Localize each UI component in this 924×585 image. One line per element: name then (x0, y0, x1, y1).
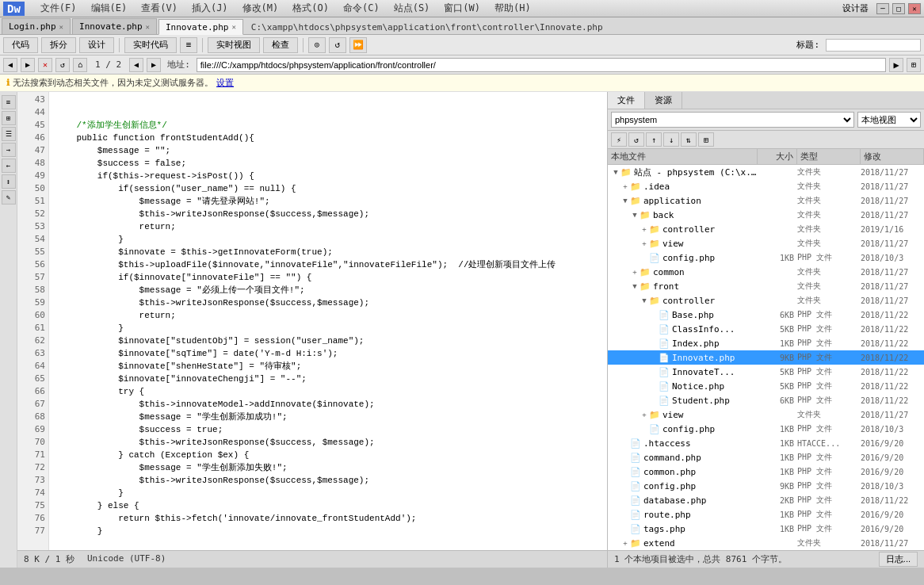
sidebar-icon-2[interactable]: ⊞ (2, 111, 16, 125)
menu-item[interactable]: 命令(C) (337, 0, 386, 17)
menu-item[interactable]: 插入(J) (185, 0, 235, 17)
tab-close-button[interactable]: ✕ (59, 23, 63, 31)
sync-button[interactable]: ⇅ (681, 132, 697, 147)
menu-item[interactable]: 格式(O) (286, 0, 335, 17)
tree-item[interactable]: 📄 Notice.php 5KB PHP 文件 2018/11/22 (608, 379, 924, 393)
tree-item[interactable]: 📄 InnovateT... 5KB PHP 文件 2018/11/22 (608, 365, 924, 379)
menu-item[interactable]: 查看(V) (135, 0, 184, 17)
home-button[interactable]: ⌂ (73, 58, 87, 72)
maximize-button[interactable]: □ (892, 3, 905, 14)
tree-item[interactable]: + 📁 view 文件夹 2018/11/27 (608, 407, 924, 422)
tree-item[interactable]: 📄 ClassInfo... 5KB PHP 文件 2018/11/22 (608, 322, 924, 336)
editor-tab[interactable]: Innovate.php✕ (72, 18, 157, 34)
icon-btn-2[interactable]: ⊙ (308, 37, 326, 53)
info-settings-link[interactable]: 设置 (216, 77, 234, 89)
icon-btn-1[interactable]: ≡ (180, 37, 197, 53)
stop-button[interactable]: ✕ (38, 58, 52, 72)
tree-item[interactable]: ▼ 📁 front 文件夹 2018/11/27 (608, 279, 924, 293)
refresh-files-button[interactable]: ↺ (628, 132, 644, 147)
prev-page-button[interactable]: ◀ (129, 58, 143, 72)
tree-toggle[interactable]: + (620, 539, 630, 547)
inspect-button[interactable]: 检查 (263, 37, 298, 53)
tree-toggle[interactable]: ▼ (611, 168, 620, 176)
sidebar-icon-4[interactable]: → (2, 143, 16, 157)
upload-button[interactable]: ↑ (646, 132, 662, 147)
addr-go-button[interactable]: ▶ (889, 58, 903, 72)
tree-item[interactable]: 📄 .htaccess 1KB HTACCE... 2016/9/20 (608, 436, 924, 450)
sidebar-icon-3[interactable]: ☰ (2, 127, 16, 141)
menu-item[interactable]: 站点(S) (388, 0, 437, 17)
close-button[interactable]: ✕ (908, 3, 921, 14)
tree-item[interactable]: 📄 database.php 2KB PHP 文件 2018/11/22 (608, 493, 924, 507)
tree-item[interactable]: + 📁 view 文件夹 2018/11/27 (608, 236, 924, 250)
menu-item[interactable]: 窗口(W) (437, 0, 487, 17)
split-view-button[interactable]: 拆分 (41, 37, 76, 53)
sidebar-icon-5[interactable]: ← (2, 159, 16, 173)
log-button[interactable]: 日志... (879, 552, 918, 567)
assets-tab[interactable]: 资源 (645, 92, 682, 109)
tab-close-button[interactable]: ✕ (231, 23, 235, 31)
refresh-button[interactable]: ↺ (55, 58, 70, 72)
sidebar-icon-6[interactable]: ↕ (2, 174, 16, 189)
tree-toggle[interactable]: ▼ (630, 282, 640, 290)
tree-item[interactable]: ▼ 📁 controller 文件夹 2018/11/27 (608, 293, 924, 308)
menu-item[interactable]: 修改(M) (236, 0, 285, 17)
forward-button[interactable]: ▶ (21, 58, 35, 72)
connect-button[interactable]: ⚡ (611, 132, 627, 147)
tree-item[interactable]: 📄 config.php 1KB PHP 文件 2018/10/3 (608, 422, 924, 436)
code-view-button[interactable]: 代码 (3, 37, 38, 53)
back-button[interactable]: ◀ (3, 58, 17, 72)
menu-item[interactable]: 文件(F) (34, 0, 83, 17)
tree-item[interactable]: 📄 route.php 1KB PHP 文件 2016/9/20 (608, 507, 924, 522)
sidebar-icon-1[interactable]: ≡ (2, 95, 16, 109)
sidebar-icon-7[interactable]: ✎ (2, 190, 16, 205)
tree-toggle[interactable]: + (640, 411, 649, 419)
code-editor[interactable]: /*添加学生创新信息*/ public function frontStuden… (49, 92, 607, 550)
tree-toggle[interactable]: + (620, 182, 630, 190)
tree-item[interactable]: ▼ 📁 back 文件夹 2018/11/27 (608, 208, 924, 222)
tree-toggle[interactable]: ▼ (620, 197, 630, 205)
download-button[interactable]: ↓ (663, 132, 679, 147)
icon-btn-3[interactable]: ↺ (329, 37, 346, 53)
tree-item[interactable]: 📄 tags.php 1KB PHP 文件 2016/9/20 (608, 522, 924, 536)
live-view-button[interactable]: 实时视图 (208, 37, 260, 53)
expand-button[interactable]: ⊞ (698, 132, 714, 147)
addr-extra-button[interactable]: ⊞ (907, 58, 921, 72)
tree-item[interactable]: + 📁 extend 文件夹 2018/11/27 (608, 536, 924, 550)
next-page-button[interactable]: ▶ (147, 58, 161, 72)
icon-btn-4[interactable]: ⏩ (349, 37, 367, 53)
title-input[interactable] (826, 39, 921, 52)
minimize-button[interactable]: ─ (876, 3, 889, 14)
tree-item[interactable]: ▼ 📁 application 文件夹 2018/11/27 (608, 193, 924, 208)
tree-item[interactable]: 📄 Index.php 1KB PHP 文件 2018/11/22 (608, 336, 924, 350)
menu-item[interactable]: 帮助(H) (488, 0, 537, 17)
tree-item[interactable]: 📄 Innovate.php 9KB PHP 文件 2018/11/22 (608, 350, 924, 365)
tree-item[interactable]: + 📁 common 文件夹 2018/11/27 (608, 265, 924, 279)
live-code-button[interactable]: 实时代码 (124, 37, 177, 53)
tree-item[interactable]: 📄 config.php 9KB PHP 文件 2018/10/3 (608, 479, 924, 493)
tree-icon: 📄 (659, 310, 670, 320)
tree-item[interactable]: + 📁 .idea 文件夹 2018/11/27 (608, 179, 924, 193)
editor-tab[interactable]: Login.php✕ (2, 18, 71, 34)
tree-item[interactable]: + 📁 controller 文件夹 2019/1/16 (608, 222, 924, 236)
file-tree[interactable]: ▼ 📁 站点 - phpsystem (C:\x... 文件夹 2018/11/… (608, 165, 924, 550)
site-select[interactable]: phpsystem (611, 112, 854, 128)
tree-item[interactable]: 📄 Student.php 6KB PHP 文件 2018/11/22 (608, 393, 924, 407)
tree-item[interactable]: 📄 command.php 1KB PHP 文件 2016/9/20 (608, 450, 924, 465)
view-select[interactable]: 本地视图 (857, 112, 921, 128)
tree-item[interactable]: ▼ 📁 站点 - phpsystem (C:\x... 文件夹 2018/11/… (608, 165, 924, 179)
tree-item[interactable]: 📄 common.php 1KB PHP 文件 2016/9/20 (608, 465, 924, 479)
tree-toggle[interactable]: ▼ (640, 296, 649, 304)
tree-toggle[interactable]: + (640, 225, 649, 233)
files-tab[interactable]: 文件 (608, 92, 645, 109)
address-input[interactable] (197, 58, 886, 72)
tree-item[interactable]: 📄 Base.php 6KB PHP 文件 2018/11/22 (608, 308, 924, 322)
design-view-button[interactable]: 设计 (79, 37, 114, 53)
editor-tab[interactable]: Innovate.php✕ (158, 19, 243, 35)
tree-toggle[interactable]: + (640, 239, 649, 247)
tree-toggle[interactable]: ▼ (630, 211, 640, 219)
menu-item[interactable]: 编辑(E) (85, 0, 134, 17)
tree-toggle[interactable]: + (630, 268, 640, 276)
tab-close-button[interactable]: ✕ (146, 23, 150, 31)
tree-item[interactable]: 📄 config.php 1KB PHP 文件 2018/10/3 (608, 250, 924, 265)
